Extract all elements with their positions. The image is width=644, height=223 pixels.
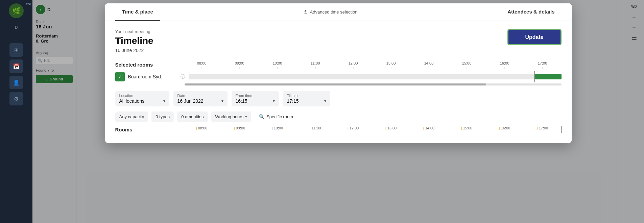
timeline-cursor-line bbox=[534, 71, 535, 82]
hour-16: 16:00 bbox=[486, 61, 524, 68]
rooms-timeline-header: Rooms | 08:00 | 09:00 | 10:00 | 11:00 bbox=[115, 126, 562, 133]
rooms-label: Rooms bbox=[115, 127, 183, 132]
types-label: 0 types bbox=[156, 114, 170, 119]
capacity-label: Any capacity bbox=[119, 114, 144, 119]
types-chip[interactable]: 0 types bbox=[151, 112, 174, 122]
date-chevron-icon: ▾ bbox=[221, 99, 223, 103]
timeline-scrollbar-thumb bbox=[185, 83, 486, 85]
update-button[interactable]: Update bbox=[507, 29, 562, 45]
date-value: 16 Jun 2022 bbox=[177, 98, 204, 104]
till-time-chevron-icon: ▾ bbox=[324, 99, 326, 103]
room-name-boardroom: Boardroom Syd... bbox=[128, 74, 181, 79]
specific-room-chip[interactable]: 🔍 Specific room bbox=[255, 111, 297, 122]
till-time-label: Till time bbox=[287, 94, 326, 98]
from-time-chevron-icon: ▾ bbox=[273, 99, 275, 103]
working-hours-label: Working hours bbox=[215, 114, 244, 119]
timeline-header: Selected rooms 08:00 09:00 10:00 11:00 1… bbox=[115, 61, 562, 68]
hour-17: 17:00 bbox=[524, 61, 562, 68]
till-time-value: 17:15 bbox=[287, 98, 299, 104]
rooms-section: Rooms | 08:00 | 09:00 | 10:00 | 11:00 bbox=[115, 126, 562, 133]
hour-13: 13:00 bbox=[372, 61, 410, 68]
modal-title-row: Your next meeting Timeline 16 June 2022 … bbox=[115, 29, 562, 53]
date-value-row: 16 Jun 2022 ▾ bbox=[177, 98, 223, 104]
rooms-hour-10: | 10:00 bbox=[259, 126, 296, 133]
from-time-value-row: 16:15 ▾ bbox=[236, 98, 275, 104]
room-row-boardroom: ✓ Boardroom Syd... ⓘ bbox=[115, 71, 562, 82]
tab-advanced-time[interactable]: ⏱ Advanced time selection bbox=[160, 9, 501, 15]
tab-attendees[interactable]: Attendees & details bbox=[501, 3, 561, 21]
sidebar-nav-calendar[interactable]: 📅 bbox=[9, 59, 23, 73]
room-timeline-container bbox=[189, 71, 562, 82]
rooms-hour-14: | 14:00 bbox=[410, 126, 448, 133]
sidebar-initial: D bbox=[15, 25, 18, 30]
date-filter-label: Date bbox=[177, 94, 223, 98]
rooms-hour-17: | 17:00 bbox=[524, 126, 562, 133]
hour-11: 11:00 bbox=[296, 61, 334, 68]
working-hours-chip[interactable]: Working hours ▾ bbox=[211, 112, 252, 122]
sidebar: 🌿 D ⊞ 📅 👤 ⚙ WD bbox=[0, 0, 32, 223]
from-time-value: 16:15 bbox=[236, 98, 247, 104]
amenities-chip[interactable]: 0 amenities bbox=[177, 112, 208, 122]
wd-label: WD bbox=[26, 2, 31, 5]
modal-subtitle: Your next meeting bbox=[115, 29, 153, 34]
location-chevron-icon: ▾ bbox=[163, 99, 165, 103]
modal-main-content: Your next meeting Timeline 16 June 2022 … bbox=[105, 21, 572, 143]
modal-date: 16 June 2022 bbox=[115, 48, 153, 53]
rooms-cursor-line bbox=[561, 126, 562, 133]
rooms-hour-11: | 11:00 bbox=[296, 126, 334, 133]
timeline-scrollbar[interactable] bbox=[185, 83, 562, 85]
date-filter[interactable]: Date 16 Jun 2022 ▾ bbox=[173, 91, 228, 106]
rooms-hour-13: | 13:00 bbox=[372, 126, 410, 133]
till-time-filter[interactable]: Till time 17:15 ▾ bbox=[283, 91, 330, 106]
room-timeline-bg bbox=[189, 74, 562, 79]
rooms-hour-12: | 12:00 bbox=[334, 126, 372, 133]
location-label: Location bbox=[119, 94, 165, 98]
rooms-hours: | 08:00 | 09:00 | 10:00 | 11:00 | 12:00 bbox=[183, 126, 562, 133]
filter-row: Location All locations ▾ Date 16 Jun 202… bbox=[115, 91, 562, 106]
sidebar-nav-settings[interactable]: ⚙ bbox=[9, 92, 23, 105]
amenities-label: 0 amenities bbox=[181, 114, 204, 119]
filter-chips-row: Any capacity 0 types 0 amenities Working… bbox=[115, 111, 562, 122]
rooms-hour-09: | 09:00 bbox=[221, 126, 259, 133]
hour-15: 15:00 bbox=[448, 61, 486, 68]
selected-rooms-label: Selected rooms bbox=[115, 62, 183, 68]
hour-08: 08:00 bbox=[183, 61, 221, 68]
hour-12: 12:00 bbox=[334, 61, 372, 68]
hour-09: 09:00 bbox=[221, 61, 259, 68]
capacity-chip[interactable]: Any capacity bbox=[115, 112, 148, 122]
sidebar-nav-grid[interactable]: ⊞ bbox=[9, 43, 23, 57]
hour-10: 10:00 bbox=[259, 61, 296, 68]
room-booking-block bbox=[534, 74, 562, 79]
rooms-hour-08: | 08:00 bbox=[183, 126, 221, 133]
selected-rooms-section: Selected rooms 08:00 09:00 10:00 11:00 1… bbox=[115, 61, 562, 85]
modal-overlay: Time & place ⏱ Advanced time selection A… bbox=[32, 0, 644, 223]
location-filter[interactable]: Location All locations ▾ bbox=[115, 91, 169, 106]
till-time-value-row: 17:15 ▾ bbox=[287, 98, 326, 104]
modal: Time & place ⏱ Advanced time selection A… bbox=[105, 3, 572, 143]
sidebar-logo[interactable]: 🌿 bbox=[9, 3, 24, 18]
room-info-icon[interactable]: ⓘ bbox=[181, 74, 185, 80]
rooms-hour-15: | 15:00 bbox=[448, 126, 486, 133]
from-time-label: From time bbox=[236, 94, 275, 98]
modal-title-block: Your next meeting Timeline 16 June 2022 bbox=[115, 29, 153, 53]
specific-room-label: Specific room bbox=[266, 114, 293, 119]
room-check-boardroom[interactable]: ✓ bbox=[115, 72, 125, 81]
working-hours-chevron-icon: ▾ bbox=[245, 115, 247, 119]
hour-14: 14:00 bbox=[410, 61, 448, 68]
timeline-hours: 08:00 09:00 10:00 11:00 12:00 13:00 14:0… bbox=[183, 61, 562, 68]
search-icon: 🔍 bbox=[259, 114, 264, 119]
tab-time-place[interactable]: Time & place bbox=[115, 3, 160, 21]
from-time-filter[interactable]: From time 16:15 ▾ bbox=[232, 91, 279, 106]
modal-title: Timeline bbox=[115, 35, 153, 46]
sidebar-nav-people[interactable]: 👤 bbox=[9, 76, 23, 89]
modal-tabs: Time & place ⏱ Advanced time selection A… bbox=[105, 3, 572, 21]
rooms-hour-16: | 16:00 bbox=[486, 126, 524, 133]
location-value: All locations bbox=[119, 98, 145, 104]
location-value-row: All locations ▾ bbox=[119, 98, 165, 104]
